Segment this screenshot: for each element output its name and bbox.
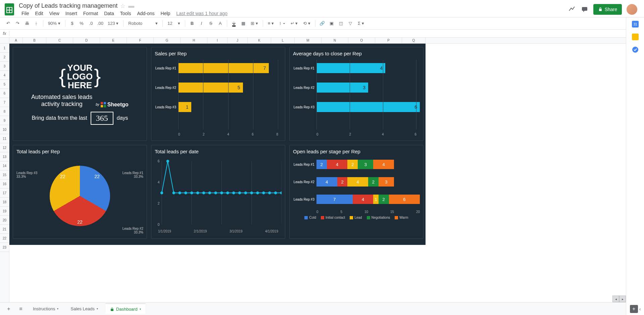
row-header[interactable]: 9	[0, 116, 9, 125]
sales-per-rep-chart[interactable]: Sales per Rep Leads Rep #1 7Leads Rep #2…	[151, 47, 285, 141]
comment-button[interactable]: ▣	[328, 19, 336, 28]
undo-button[interactable]: ↶	[4, 19, 12, 28]
menu-help[interactable]: Help	[158, 10, 173, 17]
all-sheets-button[interactable]: ≡	[16, 304, 26, 314]
zoom-dropdown[interactable]: 90% ▾	[46, 21, 62, 26]
dec-decrease-button[interactable]: .0	[87, 19, 95, 28]
italic-button[interactable]: I	[197, 19, 205, 28]
column-header[interactable]: J	[228, 38, 248, 43]
more-formats-dropdown[interactable]: 123 ▾	[106, 21, 120, 26]
calendar-icon[interactable]: 31	[632, 21, 639, 28]
menu-tools[interactable]: Tools	[117, 10, 134, 17]
menu-addons[interactable]: Add-ons	[134, 10, 157, 17]
total-leads-date-chart[interactable]: Total leads per date 0246 1/1/20192/1/20…	[151, 145, 285, 239]
grid-area[interactable]: ABCDEFGHIJKLMNOPQ { YOUR LOGO HERE } Aut…	[9, 38, 644, 302]
redo-button[interactable]: ↷	[13, 19, 21, 28]
total-leads-rep-chart[interactable]: Total leads per Rep 22 22 22 Leads Rep #…	[13, 145, 147, 239]
wrap-dropdown[interactable]: ↵ ▾	[289, 21, 300, 26]
column-header[interactable]: K	[248, 38, 271, 43]
borders-button[interactable]: ▦	[239, 19, 247, 28]
row-header[interactable]: 19	[0, 207, 9, 216]
comments-icon[interactable]	[581, 5, 589, 13]
print-button[interactable]: 🖶	[23, 19, 31, 28]
bold-button[interactable]: B	[188, 19, 196, 28]
row-header[interactable]: 22	[0, 234, 9, 243]
rotate-dropdown[interactable]: ⟲ ▾	[301, 21, 312, 26]
add-sheet-button[interactable]: +	[4, 304, 13, 314]
font-size-dropdown[interactable]: 12▾	[165, 21, 182, 26]
font-dropdown[interactable]: Roboto▾	[126, 21, 160, 26]
column-header[interactable]: C	[46, 38, 73, 43]
row-header[interactable]: 10	[0, 125, 9, 134]
fill-color-button[interactable]: ⬙	[230, 19, 238, 28]
link-button[interactable]: 🔗	[318, 19, 326, 28]
paint-format-button[interactable]: ⟊	[32, 19, 40, 28]
activity-icon[interactable]	[568, 5, 576, 13]
share-button[interactable]: Share	[593, 4, 622, 15]
dec-increase-button[interactable]: .00	[96, 19, 104, 28]
currency-button[interactable]: $	[68, 19, 76, 28]
row-header[interactable]: 20	[0, 216, 9, 225]
filter-button[interactable]: ▽	[346, 19, 354, 28]
menu-format[interactable]: Format	[81, 10, 101, 17]
merge-dropdown[interactable]: ⊞ ▾	[249, 21, 260, 26]
strike-button[interactable]: S	[207, 19, 215, 28]
row-header[interactable]: 15	[0, 170, 9, 179]
row-header[interactable]: 12	[0, 143, 9, 152]
column-header[interactable]: G	[154, 38, 181, 43]
column-header[interactable]: Q	[402, 38, 426, 43]
column-header[interactable]: P	[375, 38, 402, 43]
menu-data[interactable]: Data	[101, 10, 117, 17]
row-header[interactable]: 3	[0, 62, 9, 71]
h-align-dropdown[interactable]: ≡ ▾	[266, 21, 276, 26]
star-icon[interactable]: ☆	[120, 2, 126, 10]
column-header[interactable]: O	[348, 38, 375, 43]
open-leads-stage-chart[interactable]: Open leads per stage per Rep Leads Rep #…	[289, 145, 424, 239]
column-header[interactable]: F	[127, 38, 154, 43]
keep-icon[interactable]	[632, 34, 639, 40]
account-avatar[interactable]	[627, 4, 637, 15]
scroll-right-button[interactable]: ▸	[619, 296, 626, 302]
functions-dropdown[interactable]: Σ ▾	[356, 21, 366, 26]
avg-days-chart[interactable]: Average days to close per Rep Leads Rep …	[289, 47, 424, 141]
row-header[interactable]: 2	[0, 53, 9, 62]
days-input-box[interactable]: 365	[91, 112, 113, 125]
column-header[interactable]: M	[295, 38, 321, 43]
text-color-button[interactable]: A	[216, 19, 224, 28]
menu-insert[interactable]: Insert	[63, 10, 80, 17]
row-header[interactable]: 1	[0, 44, 9, 53]
row-header[interactable]: 17	[0, 189, 9, 198]
move-folder-icon[interactable]: ▬	[128, 2, 134, 9]
sheets-logo-icon[interactable]	[3, 3, 16, 16]
tab-sales-leads[interactable]: Sales Leads▾	[66, 304, 103, 313]
row-header[interactable]: 16	[0, 179, 9, 189]
row-header[interactable]: 4	[0, 71, 9, 80]
row-header[interactable]: 13	[0, 152, 9, 161]
select-all-corner[interactable]	[0, 38, 9, 44]
scroll-left-button[interactable]: ◂	[612, 296, 619, 302]
last-edit-link[interactable]: Last edit was 1 hour ago	[174, 11, 228, 16]
row-header[interactable]: 14	[0, 161, 9, 170]
column-header[interactable]: D	[73, 38, 100, 43]
row-header[interactable]: 21	[0, 225, 9, 234]
column-header[interactable]: H	[181, 38, 207, 43]
row-header[interactable]: 7	[0, 98, 9, 107]
column-header[interactable]: L	[271, 38, 295, 43]
tab-dashboard[interactable]: Dashboard▾	[105, 304, 146, 314]
row-header[interactable]: 23	[0, 243, 9, 252]
row-header[interactable]: 6	[0, 89, 9, 98]
tasks-icon[interactable]	[632, 46, 639, 53]
doc-title[interactable]: Copy of Leads tracking management	[19, 2, 117, 9]
column-header[interactable]: B	[23, 38, 46, 43]
column-header[interactable]: I	[207, 38, 228, 43]
chart-button[interactable]: ◫	[337, 19, 345, 28]
column-header[interactable]: A	[9, 38, 23, 43]
row-header[interactable]: 8	[0, 107, 9, 116]
menu-view[interactable]: View	[47, 10, 62, 17]
v-align-dropdown[interactable]: ⫶ ▾	[277, 21, 287, 26]
menu-edit[interactable]: Edit	[33, 10, 46, 17]
row-header[interactable]: 5	[0, 80, 9, 89]
row-header[interactable]: 18	[0, 198, 9, 207]
percent-button[interactable]: %	[78, 19, 86, 28]
row-header[interactable]: 11	[0, 134, 9, 143]
